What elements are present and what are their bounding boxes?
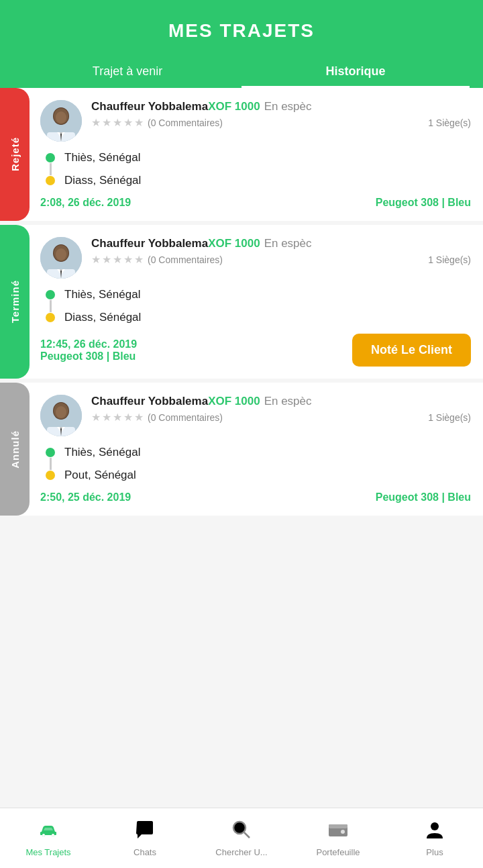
nav-item-mes-trajets[interactable]: Mes Trajets <box>0 808 97 868</box>
driver-avatar-1 <box>40 100 82 142</box>
trip-card-1: Rejeté <box>0 88 483 221</box>
stars-2: ★ ★ ★ ★ ★ <box>91 253 144 266</box>
route-3: Thiès, Sénégal Pout, Sénégal <box>40 446 471 482</box>
tab-upcoming[interactable]: Trajet à venir <box>13 55 241 88</box>
driver-info-1: Chauffeur Yobbalema XOF 1000 En espèc ★ … <box>91 100 471 129</box>
trip-list: Rejeté <box>0 88 483 516</box>
driver-info-2: Chauffeur Yobbalema XOF 1000 En espèc ★ … <box>91 237 471 266</box>
origin-point-2: Thiès, Sénégal <box>46 288 471 301</box>
svg-point-13 <box>56 406 66 418</box>
card-footer-1: 2:08, 26 déc. 2019 Peugeot 308 | Bleu <box>40 197 471 209</box>
route-2: Thiès, Sénégal Diass, Sénégal <box>40 288 471 324</box>
nav-item-chercher[interactable]: Chercher U... <box>193 808 290 868</box>
status-badge-3: Annulé <box>0 383 30 516</box>
origin-point-3: Thiès, Sénégal <box>46 446 471 459</box>
tabs: Trajet à venir Historique <box>13 55 470 88</box>
status-badge-2: Terminé <box>0 225 30 379</box>
stars-1: ★ ★ ★ ★ ★ <box>91 116 144 129</box>
dest-point-2: Diass, Sénégal <box>46 311 471 324</box>
wallet-icon <box>328 820 348 845</box>
driver-row-1: Chauffeur Yobbalema XOF 1000 En espèc ★ … <box>40 100 471 142</box>
page-title: MES TRAJETS <box>13 20 470 55</box>
svg-point-3 <box>56 111 66 124</box>
driver-info-3: Chauffeur Yobbalema XOF 1000 En espèc ★ … <box>91 395 471 424</box>
rate-client-button[interactable]: Noté Le Client <box>352 334 471 367</box>
svg-point-21 <box>341 830 345 834</box>
svg-point-17 <box>233 822 246 834</box>
origin-dot-2 <box>46 290 55 299</box>
nav-item-chats[interactable]: Chats <box>97 808 193 868</box>
bottom-nav: Mes Trajets Chats Chercher U... Portefeu… <box>0 808 483 868</box>
status-badge-1: Rejeté <box>0 88 30 221</box>
driver-row-2: Chauffeur Yobbalema XOF 1000 En espèc ★ … <box>40 237 471 279</box>
dest-dot-1 <box>46 176 55 185</box>
route-1: Thiès, Sénégal Diass, Sénégal <box>40 151 471 187</box>
svg-rect-20 <box>329 824 347 828</box>
dest-dot-3 <box>46 471 55 480</box>
chat-icon <box>135 820 155 845</box>
page-body: Rejeté <box>0 88 483 580</box>
driver-avatar-2 <box>40 237 82 279</box>
nav-item-portefeuille[interactable]: Portefeuille <box>290 808 386 868</box>
tab-history[interactable]: Historique <box>241 55 470 88</box>
svg-line-18 <box>244 832 250 838</box>
car-icon <box>38 820 58 845</box>
trip-card-3: Annulé <box>0 383 483 516</box>
stars-3: ★ ★ ★ ★ ★ <box>91 411 144 424</box>
search-icon <box>231 820 252 845</box>
origin-dot-3 <box>46 448 55 457</box>
svg-point-16 <box>52 834 54 836</box>
card-footer-2: 12:45, 26 déc. 2019 Peugeot 308 | Bleu N… <box>40 334 471 367</box>
card-footer-3: 2:50, 25 déc. 2019 Peugeot 308 | Bleu <box>40 491 471 503</box>
dest-dot-2 <box>46 313 55 322</box>
svg-point-15 <box>42 834 45 836</box>
person-icon <box>425 820 445 845</box>
svg-point-8 <box>56 248 66 260</box>
driver-avatar-3 <box>40 395 82 436</box>
nav-item-plus[interactable]: Plus <box>386 808 483 868</box>
dest-point-3: Pout, Sénégal <box>46 469 471 482</box>
dest-point-1: Diass, Sénégal <box>46 174 471 187</box>
trip-card-2: Terminé <box>0 225 483 379</box>
svg-point-22 <box>431 822 439 830</box>
footer-left-2: 12:45, 26 déc. 2019 Peugeot 308 | Bleu <box>40 338 137 363</box>
header: MES TRAJETS Trajet à venir Historique <box>0 0 483 88</box>
origin-point-1: Thiès, Sénégal <box>46 151 471 164</box>
origin-dot-1 <box>46 153 55 162</box>
driver-row-3: Chauffeur Yobbalema XOF 1000 En espèc ★ … <box>40 395 471 436</box>
